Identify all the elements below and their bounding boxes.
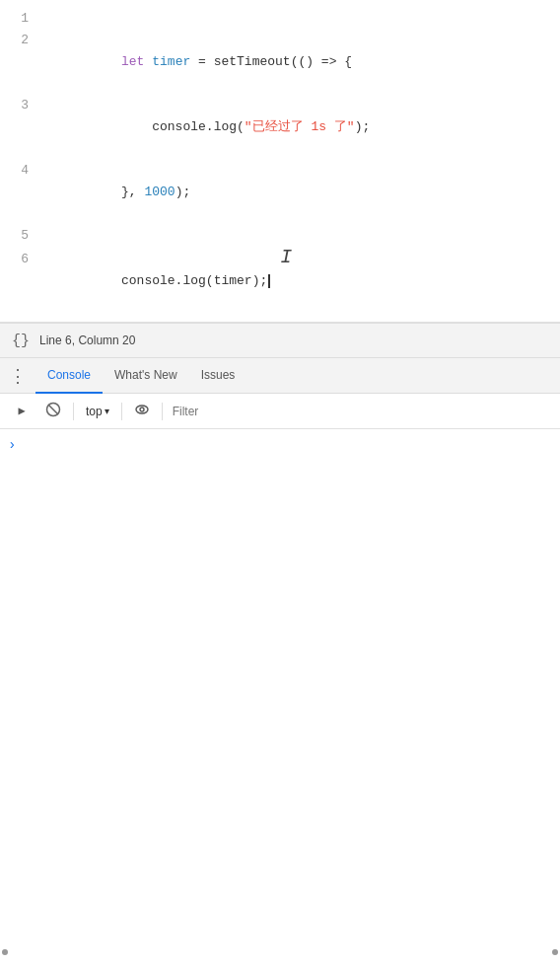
- tabs-bar: ⋮ Console What's New Issues: [0, 358, 560, 394]
- code-line-1: 1: [0, 8, 560, 30]
- svg-point-2: [136, 406, 148, 413]
- tab-whats-new[interactable]: What's New: [103, 358, 189, 394]
- line-content-3: console.log("已经过了 1s 了");: [44, 95, 370, 160]
- tab-console[interactable]: Console: [35, 358, 103, 394]
- code-line-3: 3 console.log("已经过了 1s 了");: [0, 95, 560, 160]
- chevron-down-icon: ▾: [105, 406, 109, 416]
- console-toolbar: ▶ top ▾: [0, 394, 560, 429]
- clear-errors-button[interactable]: [39, 398, 67, 425]
- execute-button[interactable]: ▶: [8, 398, 35, 425]
- line-content-4: }, 1000);: [44, 160, 190, 225]
- tab-console-label: Console: [47, 368, 91, 382]
- context-selector[interactable]: top ▾: [80, 403, 115, 420]
- tab-issues[interactable]: Issues: [189, 358, 247, 394]
- svg-point-3: [140, 408, 144, 411]
- cursor-i-beam: I: [280, 247, 292, 268]
- toolbar-divider-1: [73, 403, 74, 420]
- resize-dot-right: [552, 949, 558, 955]
- filter-input[interactable]: [173, 405, 552, 418]
- line-number-2: 2: [0, 30, 44, 51]
- cursor-position: Line 6, Column 20: [39, 334, 135, 347]
- block-icon: [45, 402, 61, 421]
- three-dots-icon: ⋮: [9, 365, 27, 387]
- tab-whats-new-label: What's New: [114, 368, 177, 382]
- resize-handles: [0, 949, 560, 955]
- code-line-5: 5: [0, 225, 560, 247]
- line-number-1: 1: [0, 8, 44, 30]
- code-line-4: 4 }, 1000);: [0, 160, 560, 225]
- filter-container: [173, 405, 552, 418]
- braces-icon: {}: [12, 333, 30, 349]
- line-number-6: 6: [0, 249, 44, 270]
- code-line-6: 6 console.log(timer); I: [0, 247, 560, 314]
- code-line-2: 2 let timer = setTimeout(() => {: [0, 30, 560, 95]
- status-bar: {} Line 6, Column 20: [0, 323, 560, 358]
- tab-issues-label: Issues: [201, 368, 236, 382]
- eye-icon: [134, 402, 150, 421]
- line-number-5: 5: [0, 225, 44, 247]
- console-content: ›: [0, 429, 560, 965]
- devtools-panel: 1 2 let timer = setTimeout(() => { 3 con…: [0, 0, 560, 965]
- line-number-4: 4: [0, 160, 44, 182]
- context-label: top: [86, 405, 103, 418]
- console-prompt-line: ›: [0, 433, 560, 457]
- tabs-menu-button[interactable]: ⋮: [4, 362, 32, 390]
- prompt-arrow-icon: ›: [8, 437, 16, 453]
- toolbar-divider-2: [121, 403, 122, 420]
- toolbar-divider-3: [162, 403, 163, 420]
- line-content-6: console.log(timer);: [44, 249, 270, 314]
- eye-button[interactable]: [128, 398, 156, 425]
- code-lines: 1 2 let timer = setTimeout(() => { 3 con…: [0, 0, 560, 322]
- svg-line-1: [48, 405, 58, 414]
- resize-dot-left: [2, 949, 8, 955]
- line-number-3: 3: [0, 95, 44, 116]
- play-icon: ▶: [18, 404, 25, 418]
- code-editor: 1 2 let timer = setTimeout(() => { 3 con…: [0, 0, 560, 323]
- line-content-2: let timer = setTimeout(() => {: [44, 30, 352, 95]
